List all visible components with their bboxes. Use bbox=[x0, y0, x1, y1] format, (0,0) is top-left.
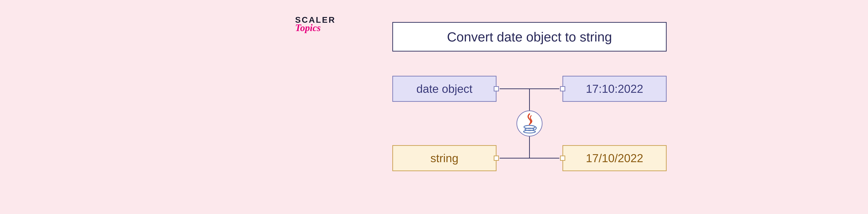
node-string-value: 17/10/2022 bbox=[562, 145, 666, 171]
node-text: date object bbox=[416, 82, 472, 95]
node-date-object-label: date object bbox=[392, 76, 496, 102]
svg-point-2 bbox=[524, 130, 535, 133]
scaler-topics-logo: SCALER Topics bbox=[295, 15, 336, 33]
node-text: string bbox=[430, 151, 458, 165]
node-text: 17/10/2022 bbox=[586, 151, 643, 165]
port-icon bbox=[494, 86, 499, 92]
port-icon bbox=[494, 155, 499, 161]
diagram-canvas: SCALER Topics Convert date object to str… bbox=[295, 12, 746, 202]
java-logo-svg bbox=[522, 113, 537, 134]
diagram-title: Convert date object to string bbox=[392, 22, 666, 51]
node-string-label: string bbox=[392, 145, 496, 171]
port-icon bbox=[560, 155, 565, 161]
java-icon bbox=[517, 110, 542, 137]
port-icon bbox=[560, 86, 565, 92]
diagram-title-text: Convert date object to string bbox=[447, 29, 612, 44]
node-text: 17:10:2022 bbox=[586, 82, 643, 95]
node-date-object-value: 17:10:2022 bbox=[562, 76, 666, 102]
